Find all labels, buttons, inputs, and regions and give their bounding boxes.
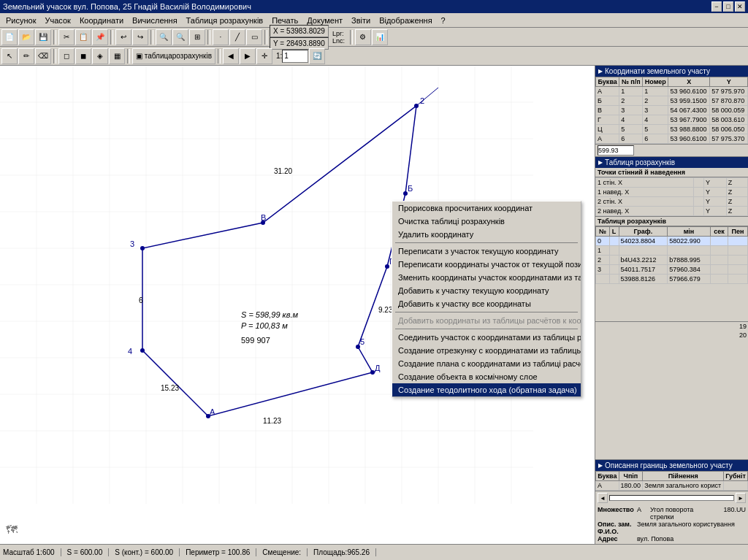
calc-g: [619, 246, 668, 256]
calc-data-row[interactable]: 0 54023.8804 58022.990: [596, 237, 748, 246]
ctx-sozdanie-teo[interactable]: Создание теодолитного хода (обратная зад…: [392, 383, 581, 396]
calc-l: [609, 237, 619, 246]
coord-x: 53 967.7900: [668, 115, 710, 125]
tb2-refresh[interactable]: 🔄: [309, 48, 325, 64]
tb-save[interactable]: 💾: [35, 29, 51, 45]
menu-uchasok[interactable]: Учасок: [41, 15, 75, 26]
calc-data-row[interactable]: 3 54011.7517 57960.384: [596, 265, 748, 275]
sep9: [218, 49, 221, 64]
menu-help[interactable]: ?: [437, 15, 450, 26]
ctx-soedenit[interactable]: Соединить участок с координатами из табл…: [392, 331, 581, 344]
menu-vichisleniya[interactable]: Вичислення: [128, 15, 182, 26]
coord-row[interactable]: Г 4 4 53 967.7900 58 003.610: [596, 115, 748, 125]
toolbar2: ↖ ✏ ⌫ ◻ ◼ ◈ ▦ ▣ таблицарозрахунків ◀ ▶ ✛…: [0, 47, 748, 66]
menu-vidobrazhennya[interactable]: Відображення: [375, 15, 436, 26]
calc-s: [710, 256, 728, 265]
calc-triangle: ▶: [598, 159, 603, 166]
ugol-label: Угол поворота стрелки: [650, 506, 717, 521]
calc-data-wrap[interactable]: № L Граф. мін сек Пен 0 54023.8804 58022…: [595, 226, 748, 321]
calc-data-row[interactable]: 2 b4U43.2212 b7888.995: [596, 256, 748, 265]
tb2-b1[interactable]: ◻: [58, 48, 75, 64]
calc-col-pen: Пен: [728, 227, 747, 237]
tb2-table-btn[interactable]: ▣ таблицарозрахунків: [132, 48, 215, 64]
coord-x: 54 067.4300: [668, 106, 710, 115]
val-1naved-z: Z: [726, 188, 747, 197]
calc-p: [728, 265, 747, 275]
calc-col-n: №: [596, 227, 610, 237]
ctx-sozdanie-otrezka[interactable]: Создание отрезкунку с координатами из та…: [392, 344, 581, 357]
tb-copy[interactable]: 📋: [75, 29, 91, 45]
tb2-nav2[interactable]: ▶: [240, 48, 256, 64]
tb-paste[interactable]: 📌: [92, 29, 108, 45]
coord-row[interactable]: А 6 6 53 960.6100 57 975.370: [596, 134, 748, 144]
tb2-b3[interactable]: ◈: [92, 48, 108, 64]
ctx-perepisat2[interactable]: Переписати координаты участок от текущой…: [392, 258, 581, 271]
tb2-cursor[interactable]: ✛: [256, 48, 272, 64]
coord-row[interactable]: Ц 5 5 53 988.8800 58 006.050: [596, 125, 748, 134]
calc-s: [710, 275, 728, 284]
tb-rect[interactable]: ▭: [246, 29, 262, 45]
tb-undo[interactable]: ↩: [115, 29, 131, 45]
tb2-select[interactable]: ↖: [1, 48, 18, 64]
label-2naved: 2 навед. X: [596, 207, 694, 216]
scroll-left-btn[interactable]: ◄: [598, 493, 608, 503]
drawing-area[interactable]: 2 Б Г 5 Д А 4 3 В 31.20 10.08 9.23 6 15.…: [0, 66, 595, 544]
ctx-ochistka[interactable]: Очистка таблиці розрахунків: [392, 215, 581, 228]
coord-row[interactable]: А 1 1 53 960.6100 57 975.970: [596, 87, 748, 96]
svg-text:11.23: 11.23: [263, 417, 281, 425]
ctx-sozdanie-plana[interactable]: Создание плана с координатами из таблиці…: [392, 357, 581, 370]
menu-risunok[interactable]: Рисунок: [1, 15, 41, 26]
coord-num: 4: [619, 115, 643, 125]
tb-cut[interactable]: ✂: [58, 29, 75, 45]
ctx-dobavit1[interactable]: Добавить к участку текущую координату: [392, 284, 581, 297]
tb-extra2[interactable]: 📊: [372, 29, 388, 45]
tb-new[interactable]: 📄: [1, 29, 18, 45]
calc-data-row[interactable]: 53988.8126 57966.679: [596, 275, 748, 284]
tb2-draw[interactable]: ✏: [18, 48, 34, 64]
ctx-zmenit[interactable]: Зменить координаты участок координатами …: [392, 271, 581, 284]
coord-table-wrap[interactable]: Буква № п/п Номер X Y А 1 1 53 960.6100 …: [595, 77, 748, 144]
scroll-val-input[interactable]: [598, 145, 634, 156]
tb-line[interactable]: ╱: [229, 29, 245, 45]
calc-m: 58022.990: [668, 237, 711, 246]
tb2-nav1[interactable]: ◀: [223, 48, 239, 64]
ctx-udalit[interactable]: Удалить координату: [392, 228, 581, 241]
minimize-button[interactable]: −: [711, 1, 722, 12]
ctx-sozdanie-ob[interactable]: Создание объекта в космічному слое: [392, 370, 581, 383]
calc-data-row[interactable]: 1: [596, 246, 748, 256]
menu-tablica[interactable]: Таблиця розрахунків: [182, 15, 268, 26]
calc-p: [728, 237, 747, 246]
coord-num: 1: [619, 87, 643, 96]
desc-col-name: Пійнення: [643, 472, 724, 481]
calc-l: [609, 275, 619, 284]
scroll-right-btn[interactable]: ►: [736, 493, 746, 503]
tb-open[interactable]: 📂: [18, 29, 34, 45]
calc-col-sek: сек: [710, 227, 728, 237]
ctx-perepisat1[interactable]: Переписати з участок текущую координату: [392, 245, 581, 258]
main-area: 2 Б Г 5 Д А 4 3 В 31.20 10.08 9.23 6 15.…: [0, 66, 748, 544]
tb2-erase[interactable]: ⌫: [35, 48, 51, 64]
close-button[interactable]: ✕: [735, 1, 745, 12]
menu-zviti[interactable]: Звіти: [347, 15, 375, 26]
tb-extra1[interactable]: ⚙: [355, 29, 371, 45]
maximize-button[interactable]: □: [723, 1, 733, 12]
calc-p: [728, 256, 747, 265]
tb2-b2[interactable]: ◼: [75, 48, 91, 64]
menu-koordinati[interactable]: Координати: [75, 15, 128, 26]
coord-row[interactable]: В 3 3 54 067.4300 58 000.059: [596, 106, 748, 115]
tb-fit[interactable]: ⊞: [189, 29, 205, 45]
calc-l: [609, 246, 619, 256]
coord-row[interactable]: Б 2 2 53 959.1500 57 870.870: [596, 96, 748, 106]
ctx-dobavit2[interactable]: Добавить к участку все координаты: [392, 297, 581, 310]
tb-redo[interactable]: ↪: [132, 29, 148, 45]
calc-m: 57960.384: [668, 265, 711, 275]
address-row: Адрес вул. Попова: [598, 535, 746, 542]
ctx-prorisovka[interactable]: Прорисовка просчитаних координат: [392, 202, 581, 215]
tb2-b4[interactable]: ▦: [109, 48, 125, 64]
tb-zoom-out[interactable]: 🔍: [172, 29, 188, 45]
tb-zoom-in[interactable]: 🔍: [156, 29, 172, 45]
ugol-val: 180.UU: [723, 506, 746, 521]
tb-point[interactable]: ·: [213, 29, 229, 45]
scale-input[interactable]: [282, 50, 308, 63]
coord-y: 58 006.050: [710, 125, 748, 134]
